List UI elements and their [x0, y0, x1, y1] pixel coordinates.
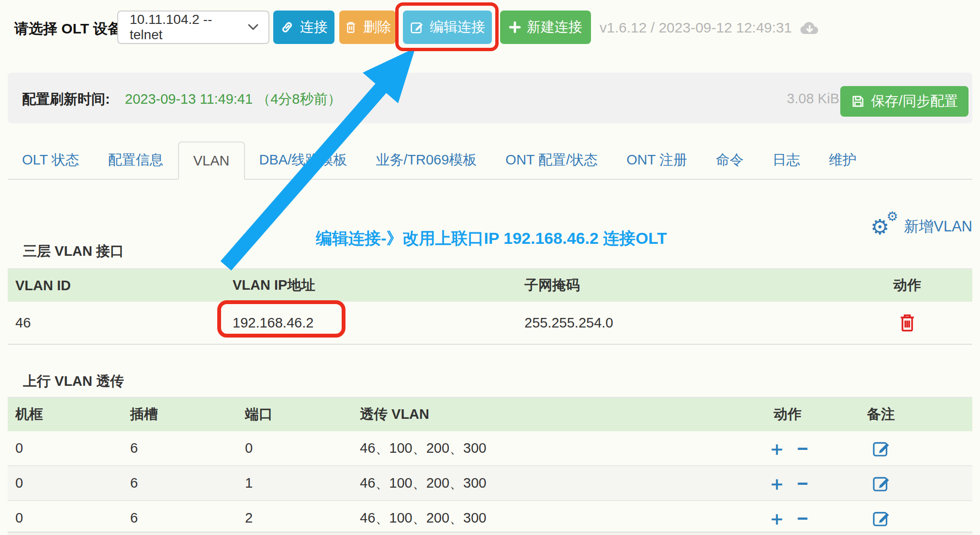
next-row-partial [8, 532, 972, 535]
tab-config-info[interactable]: 配置信息 [94, 142, 178, 179]
edit-connection-button[interactable]: 编辑连接 [403, 11, 492, 44]
l3-vlan-table-row: 46 192.168.46.2 255.255.254.0 [8, 302, 972, 345]
gears-icon: ⚙ ⚙ [870, 214, 899, 239]
tab-command[interactable]: 命令 [702, 142, 758, 179]
version-text: v1.6.12 / 2023-09-12 12:49:31 [600, 20, 792, 36]
connect-button[interactable]: 连接 [273, 11, 334, 44]
subnet-mask-value: 255.255.254.0 [517, 315, 842, 331]
add-vlan-to-port-button[interactable]: ＋ [767, 509, 786, 528]
col-header-vlan-ip: VLAN IP地址 [225, 276, 517, 295]
uplink-vlan-row-0: 0 6 0 46、100、200、300 ＋ − [8, 431, 972, 466]
new-connection-button-label: 新建连接 [527, 18, 582, 37]
save-sync-config-label: 保存/同步配置 [871, 92, 958, 111]
main-tab-bar: OLT 状态 配置信息 VLAN DBA/线路模板 业务/TR069模板 ONT… [8, 142, 972, 180]
slot-value: 6 [122, 475, 237, 491]
version-info: v1.6.12 / 2023-09-12 12:49:31 [600, 19, 821, 36]
tab-service-tr069-template[interactable]: 业务/TR069模板 [361, 142, 491, 179]
col-header-passthrough-vlan: 透传 VLAN [352, 405, 740, 424]
chevron-down-icon [247, 23, 259, 31]
uplink-vlan-row-2: 0 6 2 46、100、200、300 ＋ − [8, 501, 972, 535]
cloud-download-icon[interactable] [799, 19, 821, 36]
port-value: 2 [237, 510, 352, 526]
col-header-action: 动作 [842, 276, 972, 295]
tab-log[interactable]: 日志 [758, 142, 814, 179]
remove-vlan-from-port-button[interactable]: − [797, 509, 808, 528]
delete-vlan-trash-icon[interactable] [897, 312, 918, 333]
col-header-slot: 插槽 [122, 405, 237, 424]
chassis-value: 0 [8, 475, 122, 491]
annotation-text: 编辑连接-》改用上联口IP 192.168.46.2 连接OLT [316, 228, 667, 250]
link-icon [280, 20, 294, 34]
connect-button-label: 连接 [300, 18, 328, 37]
uplink-vlan-row-1: 0 6 1 46、100、200、300 ＋ − [8, 466, 972, 501]
vlan-id-value: 46 [8, 315, 225, 331]
passthrough-vlan-value: 46、100、200、300 [352, 474, 740, 493]
add-vlan-label: 新增VLAN [904, 217, 972, 237]
uplink-vlan-table: 机框 插槽 端口 透传 VLAN 动作 备注 0 6 0 46、100、200、… [8, 397, 972, 535]
remove-vlan-from-port-button[interactable]: − [797, 439, 808, 458]
add-vlan-to-port-button[interactable]: ＋ [767, 474, 786, 493]
tab-vlan[interactable]: VLAN [178, 142, 245, 180]
col-header-vlan-id: VLAN ID [8, 278, 225, 294]
new-connection-button[interactable]: 新建连接 [500, 11, 591, 44]
uplink-vlan-table-header: 机框 插槽 端口 透传 VLAN 动作 备注 [8, 397, 972, 431]
tab-olt-status[interactable]: OLT 状态 [8, 142, 94, 179]
edit-remark-icon[interactable] [871, 439, 891, 458]
chassis-value: 0 [8, 510, 122, 526]
config-size: 3.08 KiB [787, 91, 839, 107]
refresh-time-value: 2023-09-13 11:49:41 （4分8秒前） [125, 90, 341, 109]
col-header-action: 动作 [740, 405, 835, 424]
col-header-port: 端口 [237, 405, 352, 424]
slot-value: 6 [122, 510, 237, 526]
device-select-label: 请选择 OLT 设备: [14, 19, 126, 39]
trash-icon [344, 21, 357, 34]
section-title-l3-vlan: 三层 VLAN 接口 [23, 242, 124, 261]
edit-remark-icon[interactable] [871, 474, 891, 493]
section-title-uplink-vlan: 上行 VLAN 透传 [23, 372, 124, 391]
edit-icon [410, 20, 424, 34]
olt-device-selected-value: 10.11.104.2 -- telnet [130, 12, 247, 43]
save-icon [851, 94, 865, 109]
remove-vlan-from-port-button[interactable]: − [797, 474, 808, 493]
port-value: 1 [237, 475, 352, 491]
edit-remark-icon[interactable] [871, 509, 891, 528]
add-vlan-link[interactable]: ⚙ ⚙ 新增VLAN [870, 214, 972, 239]
delete-button-label: 删除 [363, 18, 391, 37]
col-header-chassis: 机框 [8, 405, 122, 424]
top-toolbar: 请选择 OLT 设备: 10.11.104.2 -- telnet 连接 删除 [0, 0, 980, 57]
delete-button[interactable]: 删除 [339, 11, 396, 44]
passthrough-vlan-value: 46、100、200、300 [352, 509, 740, 528]
tab-maintenance[interactable]: 维护 [814, 142, 871, 179]
tab-dba-line-template[interactable]: DBA/线路模板 [245, 142, 362, 179]
l3-vlan-table: VLAN ID VLAN IP地址 子网掩码 动作 46 192.168.46.… [8, 268, 972, 345]
olt-device-select[interactable]: 10.11.104.2 -- telnet [117, 11, 269, 44]
col-header-subnet-mask: 子网掩码 [517, 276, 842, 295]
plus-icon [509, 21, 521, 33]
config-refresh-bar: 配置刷新时间: 2023-09-13 11:49:41 （4分8秒前） 3.08… [8, 73, 972, 123]
add-vlan-to-port-button[interactable]: ＋ [767, 439, 786, 458]
edit-connection-button-label: 编辑连接 [430, 18, 485, 37]
tab-ont-register[interactable]: ONT 注册 [612, 142, 702, 179]
col-header-remark: 备注 [835, 405, 926, 424]
tab-ont-config-status[interactable]: ONT 配置/状态 [491, 142, 612, 179]
refresh-time-label: 配置刷新时间: [22, 90, 110, 109]
port-value: 0 [237, 440, 352, 456]
chassis-value: 0 [8, 440, 122, 456]
passthrough-vlan-value: 46、100、200、300 [352, 439, 740, 458]
vlan-ip-value: 192.168.46.2 [225, 315, 517, 331]
save-sync-config-button[interactable]: 保存/同步配置 [840, 86, 969, 117]
l3-vlan-table-header: VLAN ID VLAN IP地址 子网掩码 动作 [8, 268, 972, 302]
slot-value: 6 [122, 440, 237, 456]
